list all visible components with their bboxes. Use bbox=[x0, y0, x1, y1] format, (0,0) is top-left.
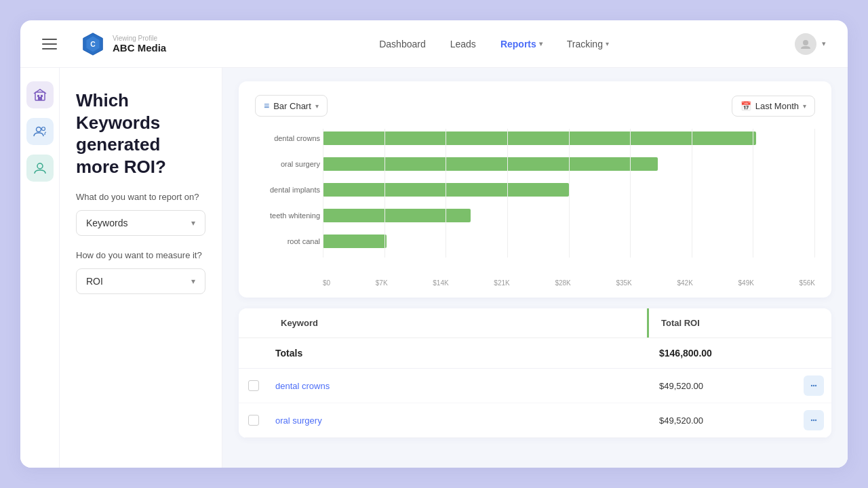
row-2-keyword[interactable]: oral surgery bbox=[269, 414, 647, 427]
bar-fill bbox=[323, 183, 569, 197]
page-title: Which Keywords generated more ROI? bbox=[76, 89, 205, 178]
row-2-checkbox[interactable] bbox=[248, 415, 259, 426]
main-content: ≡ Bar Chart ▾ 📅 Last Month ▾ bbox=[222, 68, 848, 468]
bar-label: dental implants bbox=[255, 180, 320, 199]
svg-point-16 bbox=[815, 420, 816, 421]
x-axis-tick: $14K bbox=[433, 279, 448, 287]
row-1-action-button[interactable] bbox=[804, 375, 824, 396]
chart-type-label: Bar Chart bbox=[273, 101, 311, 111]
totals-label: Totals bbox=[269, 346, 647, 360]
date-filter-label: Last Month bbox=[755, 101, 799, 111]
nav-leads[interactable]: Leads bbox=[441, 33, 486, 55]
chart-type-chevron-icon: ▾ bbox=[315, 102, 319, 110]
bar-row: root canal bbox=[323, 232, 815, 251]
x-axis-tick: $42K bbox=[677, 279, 692, 287]
row-2-action-button[interactable] bbox=[804, 410, 824, 430]
sidebar-users-button[interactable] bbox=[26, 118, 54, 145]
svg-point-15 bbox=[813, 420, 814, 421]
main-nav: Dashboard Leads Reports ▾ Tracking ▾ bbox=[193, 33, 795, 55]
table-row: oral surgery $49,520.00 bbox=[239, 403, 831, 438]
avatar-chevron-icon[interactable]: ▾ bbox=[822, 39, 826, 48]
company-name-label: ABC Media bbox=[113, 42, 166, 54]
sidebar-icons bbox=[20, 68, 60, 468]
question-1-block: What do you want to report on? Keywords … bbox=[76, 191, 205, 236]
svg-point-11 bbox=[811, 385, 812, 386]
svg-point-9 bbox=[41, 127, 45, 131]
svg-rect-7 bbox=[38, 97, 42, 100]
x-axis-tick: $28K bbox=[555, 279, 570, 287]
question-2-label: How do you want to measure it? bbox=[76, 249, 205, 262]
nav-reports[interactable]: Reports ▾ bbox=[491, 33, 552, 55]
svg-rect-5 bbox=[37, 95, 39, 97]
totals-value: $146,800.00 bbox=[647, 346, 796, 360]
bar-row: oral surgery bbox=[323, 155, 815, 174]
sidebar-person-button[interactable] bbox=[26, 155, 54, 182]
row-1-keyword[interactable]: dental crowns bbox=[269, 380, 647, 392]
roi-chevron-icon: ▾ bbox=[191, 277, 195, 286]
bar-fill bbox=[323, 235, 387, 248]
table-row: dental crowns $49,520.00 bbox=[239, 369, 831, 403]
nav-dashboard[interactable]: Dashboard bbox=[370, 33, 435, 55]
body: Which Keywords generated more ROI? What … bbox=[20, 68, 848, 468]
bar-fill bbox=[323, 157, 658, 171]
logo-icon: C bbox=[80, 31, 106, 57]
calendar-icon: 📅 bbox=[741, 101, 751, 111]
bar-chart-icon: ≡ bbox=[264, 100, 269, 111]
chart-header: ≡ Bar Chart ▾ 📅 Last Month ▾ bbox=[255, 95, 815, 117]
left-panel: Which Keywords generated more ROI? What … bbox=[60, 68, 222, 468]
row-1-checkbox[interactable] bbox=[248, 380, 259, 391]
x-axis-tick: $35K bbox=[616, 279, 631, 287]
viewing-profile-label: Viewing Profile bbox=[113, 35, 166, 42]
chart-type-button[interactable]: ≡ Bar Chart ▾ bbox=[255, 95, 328, 117]
svg-point-12 bbox=[813, 385, 814, 386]
svg-point-14 bbox=[811, 420, 812, 421]
svg-rect-6 bbox=[41, 95, 43, 97]
svg-point-13 bbox=[815, 385, 816, 386]
bar-fill bbox=[323, 209, 471, 222]
col-keyword-header: Keyword bbox=[269, 308, 647, 338]
header-right: ▾ bbox=[795, 33, 826, 55]
col-roi-header: Total ROI bbox=[647, 308, 796, 338]
row-2-roi: $49,520.00 bbox=[647, 414, 796, 427]
bar-label: oral surgery bbox=[255, 155, 320, 174]
table-header-row: Keyword Total ROI bbox=[239, 308, 831, 338]
svg-point-8 bbox=[36, 127, 41, 132]
x-axis-tick: $49K bbox=[738, 279, 754, 287]
svg-point-3 bbox=[803, 40, 808, 45]
hamburger-button[interactable] bbox=[42, 32, 66, 56]
row-1-roi: $49,520.00 bbox=[647, 380, 796, 392]
date-chevron-icon: ▾ bbox=[803, 102, 806, 110]
bar-label: dental crowns bbox=[255, 129, 320, 148]
totals-row: Totals $146,800.00 bbox=[239, 338, 831, 369]
x-axis-tick: $0 bbox=[323, 279, 330, 287]
avatar[interactable] bbox=[795, 33, 816, 55]
bar-row: dental implants bbox=[323, 180, 815, 199]
question-2-block: How do you want to measure it? ROI ▾ bbox=[76, 249, 205, 294]
bar-row: teeth whitening bbox=[323, 206, 815, 225]
svg-text:C: C bbox=[90, 40, 96, 47]
reports-chevron-icon: ▾ bbox=[539, 40, 542, 47]
header: C Viewing Profile ABC Media Dashboard Le… bbox=[20, 20, 848, 68]
tracking-chevron-icon: ▾ bbox=[606, 40, 609, 47]
chart-x-axis: $0$7K$14K$21K$28K$35K$42K$49K$56K bbox=[255, 279, 815, 287]
nav-tracking[interactable]: Tracking ▾ bbox=[557, 33, 618, 55]
bar-label: root canal bbox=[255, 232, 320, 251]
logo-area: C Viewing Profile ABC Media bbox=[80, 31, 166, 57]
date-filter-button[interactable]: 📅 Last Month ▾ bbox=[732, 96, 815, 117]
data-table: Keyword Total ROI Totals $146,800.00 den… bbox=[239, 308, 831, 438]
bar-label: teeth whitening bbox=[255, 206, 320, 225]
bar-row: dental crowns bbox=[323, 129, 815, 148]
roi-value: ROI bbox=[86, 276, 103, 287]
roi-dropdown[interactable]: ROI ▾ bbox=[76, 268, 205, 294]
bar-fill bbox=[323, 131, 756, 145]
bar-chart-area: dental crownsoral surgerydental implants… bbox=[255, 129, 815, 277]
x-axis-tick: $7K bbox=[376, 279, 388, 287]
svg-point-10 bbox=[37, 163, 43, 169]
x-axis-tick: $56K bbox=[800, 279, 815, 287]
chart-card: ≡ Bar Chart ▾ 📅 Last Month ▾ bbox=[239, 81, 831, 298]
question-1-label: What do you want to report on? bbox=[76, 191, 205, 203]
sidebar-building-button[interactable] bbox=[26, 81, 54, 108]
x-axis-tick: $21K bbox=[494, 279, 509, 287]
keywords-dropdown[interactable]: Keywords ▾ bbox=[76, 210, 205, 236]
keywords-chevron-icon: ▾ bbox=[191, 218, 195, 228]
